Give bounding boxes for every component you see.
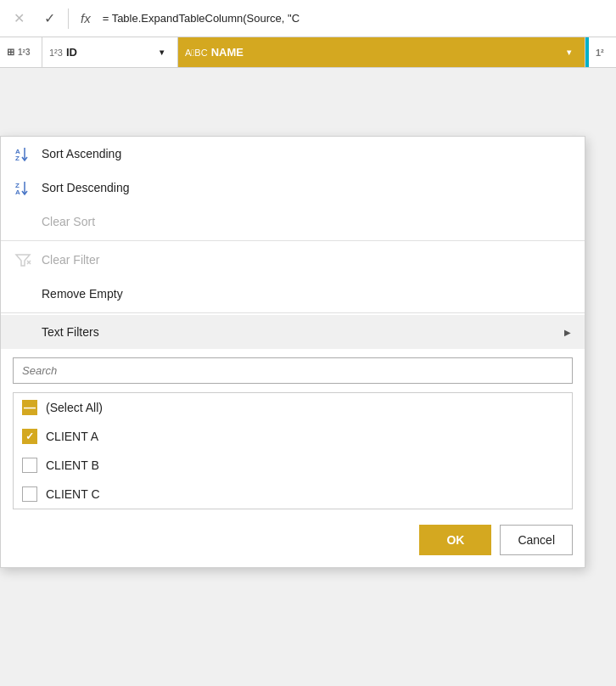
search-container	[1, 349, 585, 389]
checkbox-select-all[interactable]: — (Select All)	[14, 393, 572, 422]
checkbox-client-a[interactable]: ✓ CLIENT A	[14, 422, 572, 451]
clear-sort-label: Clear Sort	[42, 215, 95, 228]
name-col-type-icon: A᷾BC	[185, 48, 208, 58]
id-column-header: 1²3 ID ▾	[42, 37, 178, 67]
checkbox-client-c[interactable]: CLIENT C	[14, 480, 572, 509]
clear-sort-icon	[14, 213, 31, 230]
sort-descending-item[interactable]: Z A Sort Descending	[1, 171, 585, 205]
remove-empty-icon	[14, 285, 31, 302]
search-input[interactable]	[13, 357, 573, 384]
clear-sort-item[interactable]: Clear Sort	[1, 205, 585, 239]
partial-indicator: —	[24, 402, 36, 413]
text-filters-icon	[14, 323, 31, 340]
id-col-type-icon: 1²3	[49, 48, 63, 58]
column-header-row: ⊞ 1²3 1²3 ID ▾ A᷾BC NAME ▾ 1²	[0, 37, 616, 68]
id-type-icon: 1²3	[18, 48, 30, 57]
id-col-label: ID	[66, 46, 77, 59]
remove-empty-item[interactable]: Remove Empty	[1, 277, 585, 311]
formula-input[interactable]	[103, 12, 609, 25]
svg-text:A: A	[15, 188, 20, 196]
checkbox-list: — (Select All) ✓ CLIENT A CLIENT B CLIEN…	[13, 392, 573, 509]
sort-descending-icon: Z A	[14, 179, 31, 196]
sort-ascending-item[interactable]: A Z Sort Ascending	[1, 137, 585, 171]
fx-label: fx	[76, 11, 96, 25]
clear-filter-icon	[14, 251, 31, 268]
svg-text:Z: Z	[15, 155, 20, 162]
confirm-button[interactable]: ✓	[37, 7, 61, 31]
checkbox-client-a-label: CLIENT A	[46, 430, 98, 443]
text-filters-item[interactable]: Text Filters ▶	[1, 315, 585, 349]
checkmark-icon: ✓	[25, 430, 34, 442]
ok-button[interactable]: OK	[419, 525, 491, 555]
separator-1	[1, 240, 585, 241]
table-icon: ⊞	[7, 47, 14, 58]
sort-ascending-label: Sort Ascending	[42, 147, 121, 160]
sort-descending-label: Sort Descending	[42, 181, 130, 194]
cancel-button[interactable]: Cancel	[500, 525, 573, 555]
checkbox-client-b[interactable]: CLIENT B	[14, 451, 572, 480]
clear-filter-item[interactable]: Clear Filter	[1, 243, 585, 277]
dropdown-menu: A Z Sort Ascending Z A Sort Descending	[0, 136, 585, 568]
next-column-header: 1²	[585, 37, 616, 67]
name-col-label: NAME	[211, 46, 244, 59]
checkbox-select-all-label: (Select All)	[46, 401, 103, 414]
checkbox-client-b-label: CLIENT B	[46, 458, 99, 472]
checkbox-client-b-box	[22, 458, 37, 473]
teal-indicator	[585, 37, 589, 67]
text-filters-arrow: ▶	[564, 328, 571, 337]
close-button[interactable]: ✕	[7, 7, 31, 31]
name-col-dropdown-btn[interactable]: ▾	[559, 43, 578, 62]
checkbox-client-a-box: ✓	[22, 429, 37, 444]
checkbox-select-all-box: —	[22, 400, 37, 415]
next-col-type-icon: 1²	[596, 48, 604, 58]
text-filters-label: Text Filters	[42, 325, 99, 339]
name-column-header: A᷾BC NAME ▾	[178, 37, 585, 67]
checkbox-client-c-box	[22, 486, 37, 502]
checkbox-client-c-label: CLIENT C	[46, 487, 100, 501]
dialog-footer: OK Cancel	[1, 513, 585, 567]
remove-empty-label: Remove Empty	[42, 287, 123, 301]
formula-divider	[68, 8, 69, 29]
formula-bar: ✕ ✓ fx	[0, 0, 616, 37]
clear-filter-label: Clear Filter	[42, 253, 99, 267]
table-type-selector[interactable]: ⊞ 1²3	[0, 37, 42, 67]
sort-ascending-icon: A Z	[14, 145, 31, 162]
separator-2	[1, 312, 585, 313]
id-col-dropdown-btn[interactable]: ▾	[152, 43, 171, 62]
